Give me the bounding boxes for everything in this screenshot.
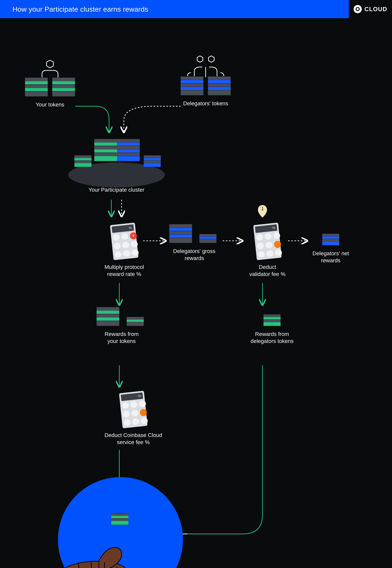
calc-screen: % bbox=[121, 392, 143, 401]
label-your-tokens: Your tokens bbox=[36, 101, 64, 108]
token-stack-green bbox=[97, 309, 119, 326]
calculator-icon: % bbox=[253, 222, 282, 260]
node-delegators-tokens: Delegators' tokens bbox=[181, 53, 231, 107]
label-deduct-validator: Deduct validator fee % bbox=[249, 263, 286, 278]
label-delegators-gross: Delegators' gross rewards bbox=[173, 248, 215, 262]
node-rewards-delegators: Rewards from delegators tokens bbox=[251, 312, 294, 345]
svg-marker-15 bbox=[209, 56, 214, 62]
node-delegators-gross: Delegators' gross rewards bbox=[169, 226, 219, 262]
token-stack-green bbox=[52, 80, 75, 97]
pin-number: 1 bbox=[261, 206, 264, 211]
calc-screen: % bbox=[255, 224, 277, 233]
brand-name: CLOUD bbox=[364, 6, 387, 13]
token-stack-blue bbox=[208, 78, 231, 96]
svg-marker-11 bbox=[47, 60, 53, 68]
label-delegators-tokens: Delegators' tokens bbox=[183, 100, 228, 107]
calculator-icon: % bbox=[110, 222, 139, 260]
label-rewards-own: Rewards from your tokens bbox=[105, 331, 139, 345]
page-title: How your Participate cluster earns rewar… bbox=[13, 5, 148, 13]
token-stack-blue bbox=[199, 236, 216, 243]
token-stack-green bbox=[94, 141, 117, 161]
label-deduct-cc: Deduct Coinbase Cloud service fee % bbox=[105, 432, 162, 446]
node-cluster: Your Participate cluster bbox=[68, 134, 165, 193]
pin-marker: 1 bbox=[257, 205, 267, 218]
node-total bbox=[109, 511, 131, 525]
calculator-icon: % bbox=[119, 391, 148, 428]
token-stack-green bbox=[264, 316, 280, 326]
node-multiply-rate: % Multiply protocol reward rate % bbox=[105, 224, 144, 278]
token-stack-green bbox=[74, 157, 91, 167]
coinbase-logo-icon bbox=[354, 5, 362, 13]
token-stack-blue bbox=[181, 78, 203, 96]
token-stack-green bbox=[127, 319, 144, 326]
hand-icon bbox=[51, 534, 144, 568]
person-icon bbox=[38, 59, 62, 80]
node-deduct-cc: % Deduct Coinbase Cloud service fee % bbox=[105, 392, 162, 446]
token-stack-green bbox=[25, 80, 48, 97]
token-stack-blue bbox=[322, 235, 339, 245]
node-your-tokens: Your tokens bbox=[25, 59, 75, 108]
token-stack-blue bbox=[169, 226, 192, 243]
calc-screen: % bbox=[112, 224, 134, 233]
token-stack-blue bbox=[144, 157, 161, 167]
svg-marker-14 bbox=[197, 56, 203, 62]
people-group-icon bbox=[184, 53, 227, 78]
node-delegators-net: Delegators' net rewards bbox=[312, 232, 349, 264]
label-multiply-rate: Multiply protocol reward rate % bbox=[105, 263, 144, 278]
token-stack-blue bbox=[117, 141, 140, 161]
header-bar: How your Participate cluster earns rewar… bbox=[0, 0, 376, 18]
token-stack-green bbox=[111, 515, 128, 525]
label-delegators-net: Delegators' net rewards bbox=[312, 250, 349, 264]
brand: CLOUD bbox=[349, 0, 392, 18]
label-rewards-delegators: Rewards from delegators tokens bbox=[251, 331, 294, 345]
node-deduct-validator: % Deduct validator fee % bbox=[249, 224, 286, 278]
node-rewards-own: Rewards from your tokens bbox=[97, 309, 147, 345]
